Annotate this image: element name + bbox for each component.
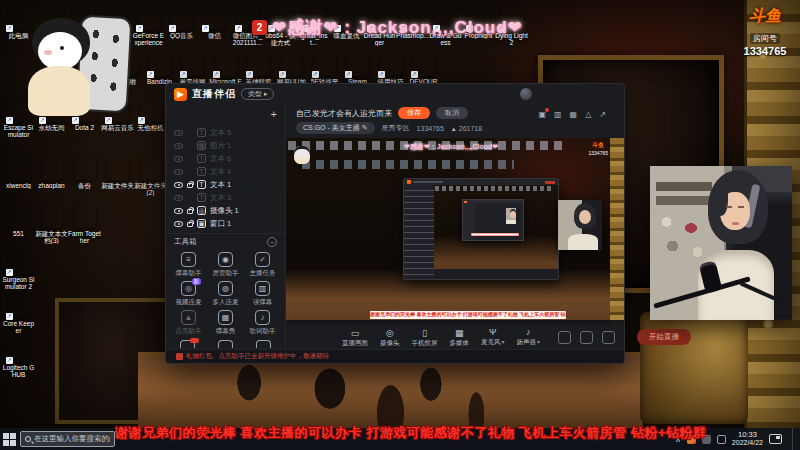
toolbar-icon: ▯ (412, 329, 438, 338)
shortcut-arrow-icon: ↗ (72, 117, 79, 124)
desktop-icon-label: 永劫无间 (35, 124, 68, 131)
desktop-icon-label: Farm Together (68, 230, 101, 244)
mini-mini-window (462, 199, 524, 241)
source-row[interactable]: ▦ 图片 1 (166, 139, 285, 152)
tool-icon-partial[interactable] (218, 340, 233, 348)
header-icon[interactable]: ↗ (599, 110, 606, 120)
save-button[interactable]: 保存 (398, 107, 430, 119)
desktop-icon[interactable]: Farm Together (68, 206, 101, 244)
desktop-icon[interactable]: ↗ Core Keeper (2, 296, 35, 334)
toolbar-item[interactable]: ▯ 手机投屏 (412, 329, 438, 346)
chevron-down-icon[interactable]: ▾ (502, 339, 505, 345)
app-icon: ↗ (182, 54, 204, 76)
type-badge[interactable]: 类型 ▸ (241, 88, 274, 100)
visibility-eye-icon[interactable] (174, 143, 183, 149)
source-row[interactable]: T 文本 5 (166, 126, 285, 139)
source-row[interactable]: ◎ 摄像头 1 (166, 204, 285, 217)
tool-item[interactable]: ◍ 多人连麦 (207, 281, 244, 307)
folder-icon (8, 158, 30, 180)
shortcut-arrow-icon: ↗ (39, 117, 46, 124)
desktop-icon[interactable]: ↗ 微信 (198, 8, 231, 46)
source-row[interactable]: T 文本 4 (166, 165, 285, 178)
tool-icon-partial[interactable] (256, 340, 271, 348)
cancel-button[interactable]: 取消 (436, 107, 468, 119)
desktop-screen: ↗ 此电脑 ↗ iTunes ↗ Crab Game ↗ GeForce Exp… (0, 0, 800, 450)
desktop-icon[interactable]: 新建文本文档(3) (35, 206, 68, 244)
tool-item[interactable]: ≡ 弹幕助手 (170, 252, 207, 278)
toolbar-item[interactable]: ◎ 摄像头 (380, 329, 400, 346)
app-icon: ↗ (204, 8, 226, 30)
add-scene-button[interactable]: + (271, 108, 277, 120)
source-row[interactable]: T 文本 3 (166, 191, 285, 204)
header-icon[interactable]: ▥ (554, 110, 562, 120)
thanks-banner: 2 ❤感谢❤：Jackson,,,,Cloud❤ (252, 16, 523, 39)
notification-icon[interactable] (769, 434, 782, 444)
desktop-icon[interactable]: ↗ GeForce Experience (132, 8, 165, 46)
category-pill[interactable]: CS:GO - 美女主播 ✎ (296, 122, 375, 134)
toolbar-item[interactable]: ♪ 扬声器▾ (517, 328, 541, 346)
visibility-eye-icon[interactable] (174, 221, 183, 227)
shortcut-arrow-icon: ↗ (246, 71, 253, 78)
folder-icon (41, 158, 63, 180)
tool-icon-partial[interactable] (180, 340, 195, 348)
quick-button[interactable] (580, 331, 593, 344)
app-icon: ↗ (215, 54, 237, 76)
source-row[interactable]: T 文本 6 (166, 152, 285, 165)
desktop-icon[interactable]: ↗ Logitech G HUB (2, 340, 35, 378)
lock-icon[interactable] (187, 183, 193, 188)
desktop-icon[interactable]: ↗ Surgeon Simulator 2 (2, 252, 35, 290)
tool-label: 房管助手 (207, 269, 244, 278)
header-icon[interactable]: ▦ (570, 110, 578, 120)
toolbar-item[interactable]: ▭ 直播画面 (342, 329, 368, 346)
header-icon[interactable]: △ (585, 110, 591, 120)
app-icon: ↗ (8, 340, 30, 362)
desktop-icon[interactable]: ↗ QQ音乐 (165, 8, 198, 46)
visibility-eye-icon[interactable] (174, 169, 183, 175)
tool-item[interactable]: ▥ 读弹幕 (244, 281, 281, 307)
source-row[interactable]: ▣ 窗口 1 (166, 217, 285, 230)
header-icon[interactable]: ▣ (538, 110, 546, 120)
app-icon: ↗ (8, 296, 30, 318)
tool-item[interactable]: ✓ 主播任务 (244, 252, 281, 278)
heat-icon: ▲ (451, 126, 457, 132)
desktop-icon-folder[interactable]: xiwenclg (2, 158, 35, 196)
tool-item[interactable]: ▲ 点亮助手 (170, 310, 207, 336)
desktop-icon-folder[interactable]: 新建文件夹 (101, 158, 134, 196)
shortcut-arrow-icon: ↗ (378, 71, 385, 78)
collapse-toolbox-button[interactable]: − (267, 237, 277, 247)
desktop-icon-folder[interactable]: 新建文件夹(2) (134, 158, 167, 196)
desktop-icon-folder[interactable]: zhaopian (35, 158, 68, 196)
shortcut-arrow-icon: ↗ (147, 71, 154, 78)
stream-title-input[interactable]: 自己发光才会有人追光而来 (296, 108, 392, 119)
visibility-eye-icon[interactable] (174, 156, 183, 162)
lock-icon[interactable] (187, 209, 193, 214)
tool-item[interactable]: ♪ 歌词助手 (244, 310, 281, 336)
show-desktop-button[interactable] (792, 428, 796, 450)
quick-button[interactable] (558, 331, 571, 344)
tool-item[interactable]: ◉ 房管助手 (207, 252, 244, 278)
mascot-eye (60, 46, 64, 50)
tool-item[interactable]: ▦ 弹幕秀 (207, 310, 244, 336)
toolbar-item[interactable]: Ψ 麦克风▾ (481, 328, 505, 346)
avatar[interactable] (520, 88, 532, 100)
visibility-eye-icon[interactable] (174, 195, 183, 201)
desktop-icon[interactable]: 551 (2, 206, 35, 244)
toolbar-icon: Ψ (481, 328, 505, 337)
stream-preview-canvas[interactable]: ❤感谢❤：Jackson,,,,Cloud❤ 斗鱼 1334765 (286, 138, 624, 325)
app-icon: ↗ (347, 54, 369, 76)
app-logo-icon: ▶ (174, 88, 187, 101)
source-row[interactable]: T 文本 1 (166, 178, 285, 191)
desktop-icon-folder[interactable]: 备份 (68, 158, 101, 196)
desktop-icon[interactable]: ↗ 无他相机 (134, 100, 167, 138)
toolbar-item[interactable]: ▦ 多媒体 (450, 329, 470, 346)
visibility-eye-icon[interactable] (174, 208, 183, 214)
quick-button[interactable] (602, 331, 615, 344)
visibility-eye-icon[interactable] (174, 182, 183, 188)
start-stream-button[interactable]: 开始直播 (637, 329, 691, 345)
visibility-eye-icon[interactable] (174, 130, 183, 136)
chevron-down-icon[interactable]: ▾ (537, 339, 540, 345)
lock-icon[interactable] (187, 222, 193, 227)
tool-item[interactable]: 新 ◎ 视频连麦 (170, 281, 207, 307)
start-button[interactable] (0, 428, 18, 450)
taskbar-search[interactable]: 在这里输入你要搜索的内容 (20, 431, 115, 447)
